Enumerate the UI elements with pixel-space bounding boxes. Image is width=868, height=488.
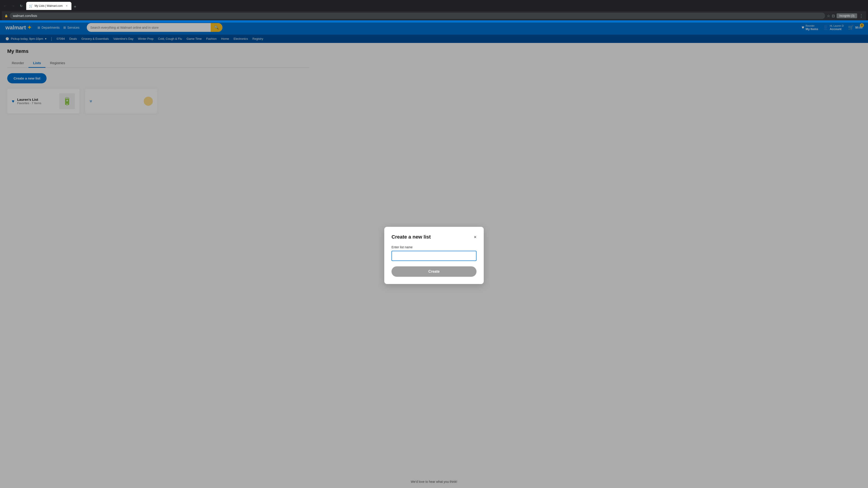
address-secure-icon: 🔒 <box>4 14 8 18</box>
modal-overlay: Create a new list × Enter list name Crea… <box>0 23 868 486</box>
tab-close-button[interactable]: × <box>65 4 69 8</box>
browser-tab[interactable]: 🛒 My Lists | Walmart.com × <box>26 2 71 10</box>
bookmark-star-icon[interactable]: ☆ <box>827 14 830 18</box>
modal-create-button[interactable]: Create <box>392 266 476 277</box>
nav-forward-button[interactable]: → <box>10 3 16 9</box>
address-text: walmart.com/lists <box>13 14 822 18</box>
list-name-label: Enter list name <box>392 246 476 249</box>
modal-close-button[interactable]: × <box>474 235 476 239</box>
browser-menu-button[interactable]: ⋮ <box>859 13 864 19</box>
extensions-icon[interactable]: ⊡ <box>832 14 835 18</box>
tab-title: My Lists | Walmart.com <box>35 4 63 7</box>
list-name-input[interactable] <box>392 251 476 261</box>
nav-refresh-button[interactable]: ↻ <box>18 3 24 9</box>
profile-button[interactable]: Incognito (3) <box>837 13 857 18</box>
nav-back-button[interactable]: ← <box>2 3 8 9</box>
new-tab-button[interactable]: + <box>72 4 78 10</box>
modal-header: Create a new list × <box>392 234 476 240</box>
tab-favicon: 🛒 <box>29 4 33 8</box>
address-bar-input[interactable]: walmart.com/lists <box>10 13 825 19</box>
create-list-modal: Create a new list × Enter list name Crea… <box>384 227 484 284</box>
modal-title: Create a new list <box>392 234 431 240</box>
